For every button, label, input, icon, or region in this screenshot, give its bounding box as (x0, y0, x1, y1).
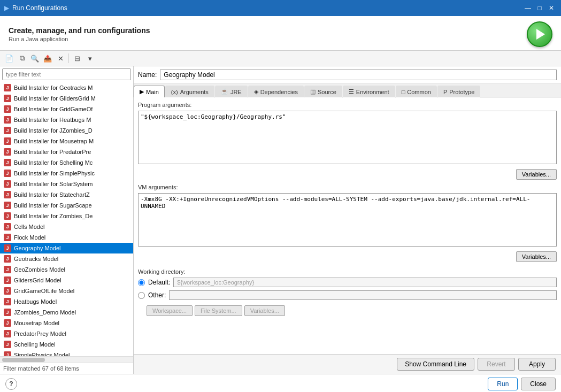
java-config-icon: J (3, 287, 12, 295)
minimize-button[interactable]: — (522, 3, 533, 13)
tab-dependencies[interactable]: ◈ Dependencies (248, 86, 304, 97)
program-args-label: Program arguments: (138, 102, 557, 108)
list-item[interactable]: JBuild Installer for SugarScape (0, 200, 133, 211)
list-item[interactable]: JGridGameOfLife Model (0, 286, 133, 296)
footer: ? Run Close (0, 374, 561, 392)
list-item[interactable]: JBuild Installer for JZombies_D (0, 125, 133, 136)
filter-status: Filter matched 67 of 68 items (0, 363, 133, 374)
list-item[interactable]: JBuild Installer for SimplePhysic (0, 168, 133, 179)
list-item-label: GeoZombies Model (14, 266, 65, 273)
java-config-icon: J (3, 276, 12, 285)
list-item-label: Build Installer for StatechartZ (14, 191, 90, 198)
java-config-icon: J (3, 319, 12, 327)
revert-button[interactable]: Revert (478, 358, 515, 371)
other-dir-input[interactable] (169, 290, 557, 300)
copy-config-button[interactable]: ⧉ (16, 52, 28, 64)
list-item[interactable]: JHeatbugs Model (0, 296, 133, 307)
window-title: Run Configurations (12, 4, 522, 12)
list-item[interactable]: JSchelling Model (0, 339, 133, 350)
list-item[interactable]: JGlidersGrid Model (0, 275, 133, 286)
program-args-variables-button[interactable]: Variables... (516, 169, 557, 180)
list-item[interactable]: JBuild Installer for GridGameOf (0, 104, 133, 114)
list-item-label: Build Installer for Heatbugs M (14, 117, 91, 123)
run-button[interactable]: Run (488, 378, 518, 390)
header-title: Create, manage, and run configurations (9, 26, 150, 35)
maximize-button[interactable]: □ (534, 3, 545, 13)
list-item-label: Schelling Model (14, 341, 56, 348)
list-item-label: Build Installer for SimplePhysic (14, 170, 95, 176)
list-item[interactable]: JBuild Installer for Heatbugs M (0, 114, 133, 125)
list-item[interactable]: JBuild Installer for Schelling Mc (0, 157, 133, 168)
prototype-tab-icon: P (443, 89, 447, 95)
close-button[interactable]: Close (521, 378, 556, 390)
dependencies-tab-icon: ◈ (254, 88, 258, 95)
vm-args-textarea[interactable]: -Xmx8G -XX:+IgnoreUnrecognizedVMOptions … (138, 193, 557, 247)
list-item[interactable]: JBuild Installer for SolarSystem (0, 179, 133, 189)
tab-prototype[interactable]: P Prototype (437, 86, 480, 97)
list-item-label: PredatorPrey Model (14, 330, 66, 337)
window-controls: — □ ✕ (522, 3, 557, 13)
other-dir-label: Other: (148, 291, 166, 299)
name-input[interactable] (160, 70, 557, 80)
arguments-tab-label: Arguments (180, 89, 209, 95)
list-item[interactable]: JPredatorPrey Model (0, 328, 133, 339)
tab-environment[interactable]: ☰ Environment (343, 86, 395, 97)
toolbar-separator-1 (68, 53, 69, 63)
arguments-tab-icon: (x) (171, 89, 178, 95)
default-dir-radio[interactable] (138, 279, 145, 286)
list-item[interactable]: JCells Model (0, 221, 133, 232)
vm-args-variables-button[interactable]: Variables... (516, 251, 557, 262)
list-item-label: Build Installer for Schelling Mc (14, 159, 93, 166)
list-item[interactable]: JBuild Installer for Mousetrap M (0, 136, 133, 147)
tab-source[interactable]: ◫ Source (304, 86, 342, 97)
apply-button[interactable]: Apply (518, 358, 556, 371)
other-dir-radio[interactable] (138, 292, 145, 299)
list-item[interactable]: JMousetrap Model (0, 318, 133, 328)
list-item[interactable]: JJZombies_Demo Model (0, 307, 133, 318)
java-config-icon: J (3, 340, 12, 349)
search-config-button[interactable]: 🔍 (29, 52, 41, 64)
tab-bar: ▶ Main (x) Arguments ☕ JRE ◈ Dependencie… (134, 84, 561, 97)
header-text: Create, manage, and run configurations R… (9, 26, 150, 42)
filter-input[interactable] (2, 68, 131, 80)
new-config-button[interactable]: 📄 (3, 52, 15, 64)
java-config-icon: J (3, 94, 12, 103)
tab-arguments[interactable]: (x) Arguments (165, 86, 214, 97)
export-config-button[interactable]: 📤 (42, 52, 53, 64)
run-icon-button[interactable] (527, 21, 552, 47)
show-command-line-button[interactable]: Show Command Line (397, 358, 474, 371)
java-config-icon: J (3, 351, 12, 356)
list-item[interactable]: JGeotracks Model (0, 253, 133, 264)
tab-common[interactable]: □ Common (396, 86, 437, 97)
workspace-button[interactable]: Workspace... (147, 305, 193, 316)
list-item[interactable]: JGeoZombies Model (0, 264, 133, 275)
list-item-label: Build Installer for Geotracks M (14, 84, 93, 91)
tab-main[interactable]: ▶ Main (134, 86, 165, 97)
config-list[interactable]: JBuild Installer for Geotracks MJBuild I… (0, 82, 133, 356)
list-item[interactable]: JBuild Installer for Geotracks M (0, 82, 133, 93)
delete-config-button[interactable]: ✕ (55, 52, 66, 64)
list-item[interactable]: JBuild Installer for StatechartZ (0, 189, 133, 200)
tab-jre[interactable]: ☕ JRE (215, 86, 248, 97)
filter-dropdown-button[interactable]: ▾ (84, 52, 96, 64)
java-config-icon: J (3, 222, 12, 231)
list-item[interactable]: JBuild Installer for GlidersGrid M (0, 93, 133, 104)
java-config-icon: J (3, 116, 12, 124)
list-item-label: Geography Model (14, 245, 60, 251)
vm-args-label: VM arguments: (138, 184, 557, 190)
close-button[interactable]: ✕ (546, 3, 557, 13)
program-args-textarea[interactable]: "${workspace_loc:Geography}/Geography.rs… (138, 111, 557, 164)
list-item[interactable]: JBuild Installer for PredatorPre (0, 147, 133, 157)
other-dir-row: Other: (138, 290, 557, 300)
list-horizontal-scrollbar[interactable] (0, 356, 133, 363)
help-button[interactable]: ? (5, 378, 17, 390)
list-item[interactable]: JSimplePhysics Model (0, 350, 133, 356)
collapse-button[interactable]: ⊟ (71, 52, 83, 64)
left-panel: JBuild Installer for Geotracks MJBuild I… (0, 66, 134, 374)
file-system-button[interactable]: File System... (195, 305, 242, 316)
list-item[interactable]: JFlock Model (0, 232, 133, 243)
variables-button[interactable]: Variables... (244, 305, 285, 316)
list-item-label: GlidersGrid Model (14, 277, 62, 283)
list-item[interactable]: JBuild Installer for Zombies_De (0, 211, 133, 221)
list-item[interactable]: JGeography Model (0, 243, 133, 253)
